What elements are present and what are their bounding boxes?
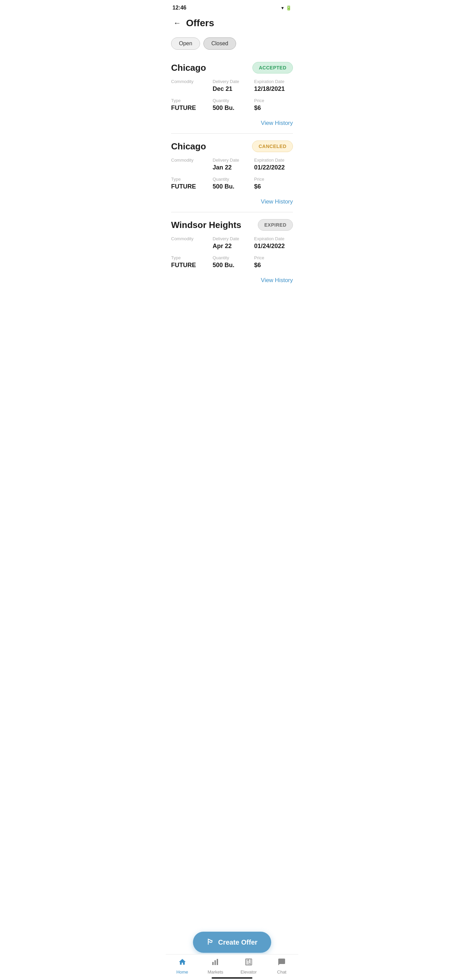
commodity-field-1: Commodity: [171, 158, 210, 171]
create-offer-button[interactable]: 🏳 Create Offer: [193, 932, 271, 953]
svg-rect-1: [215, 960, 216, 965]
tab-closed[interactable]: Closed: [203, 37, 236, 50]
commodity-label-1: Commodity: [171, 158, 210, 163]
fields-grid-1: Commodity Delivery Date Jan 22 Expiratio…: [171, 158, 293, 190]
tab-row: Open Closed: [166, 35, 298, 55]
nav-label-markets: Markets: [208, 969, 223, 975]
delivery-date-label-1: Delivery Date: [213, 158, 251, 163]
commodity-label-2: Commodity: [171, 236, 210, 241]
expiration-date-label-0: Expiration Date: [254, 79, 293, 84]
back-arrow-icon: ←: [173, 19, 181, 27]
type-field-2: Type FUTURE: [171, 255, 210, 269]
offer-header-2: Windsor Heights EXPIRED: [171, 219, 293, 231]
expiration-date-label-2: Expiration Date: [254, 236, 293, 241]
price-field-0: Price $6: [254, 98, 293, 111]
offer-header-1: Chicago CANCELED: [171, 140, 293, 152]
type-label-1: Type: [171, 177, 210, 182]
commodity-field-2: Commodity: [171, 236, 210, 250]
status-time: 12:46: [172, 5, 186, 11]
header: ← Offers: [166, 14, 298, 35]
quantity-value-1: 500 Bu.: [213, 183, 251, 190]
page-title: Offers: [186, 18, 214, 29]
price-value-0: $6: [254, 105, 293, 111]
price-field-1: Price $6: [254, 177, 293, 190]
quantity-field-0: Quantity 500 Bu.: [213, 98, 251, 111]
create-offer-label: Create Offer: [218, 939, 257, 946]
offer-header-0: Chicago ACCEPTED: [171, 62, 293, 73]
back-button[interactable]: ←: [171, 17, 183, 29]
nav-item-markets[interactable]: Markets: [199, 958, 232, 975]
status-badge-1: CANCELED: [252, 140, 293, 152]
commodity-field-0: Commodity: [171, 79, 210, 92]
nav-label-elevator: Elevator: [240, 969, 257, 975]
type-label-0: Type: [171, 98, 210, 103]
price-value-2: $6: [254, 262, 293, 269]
delivery-date-value-1: Jan 22: [213, 164, 251, 171]
quantity-label-1: Quantity: [213, 177, 251, 182]
status-badge-0: ACCEPTED: [253, 62, 293, 73]
chat-icon: [278, 958, 286, 968]
home-indicator: [211, 977, 253, 978]
nav-item-chat[interactable]: Chat: [265, 958, 299, 975]
offer-card-0: Chicago ACCEPTED Commodity Delivery Date…: [166, 55, 298, 134]
delivery-date-field-2: Delivery Date Apr 22: [213, 236, 251, 250]
price-label-0: Price: [254, 98, 293, 103]
quantity-label-2: Quantity: [213, 255, 251, 260]
home-icon: [178, 958, 186, 968]
view-history-row-1: View History: [171, 193, 293, 209]
delivery-date-value-2: Apr 22: [213, 243, 251, 250]
quantity-value-0: 500 Bu.: [213, 105, 251, 111]
status-badge-2: EXPIRED: [258, 219, 293, 231]
elevator-icon: [245, 958, 253, 968]
bottom-nav: Home Markets Elevator Chat: [166, 954, 298, 980]
quantity-field-1: Quantity 500 Bu.: [213, 177, 251, 190]
expiration-date-field-1: Expiration Date 01/22/2022: [254, 158, 293, 171]
expiration-date-label-1: Expiration Date: [254, 158, 293, 163]
quantity-field-2: Quantity 500 Bu.: [213, 255, 251, 269]
offer-location-0: Chicago: [171, 63, 206, 73]
delivery-date-value-0: Dec 21: [213, 86, 251, 92]
view-history-row-0: View History: [171, 115, 293, 130]
commodity-label-0: Commodity: [171, 79, 210, 84]
expiration-date-field-2: Expiration Date 01/24/2022: [254, 236, 293, 250]
offer-card-1: Chicago CANCELED Commodity Delivery Date…: [166, 134, 298, 212]
nav-item-elevator[interactable]: Elevator: [232, 958, 265, 975]
type-label-2: Type: [171, 255, 210, 260]
svg-rect-0: [212, 962, 214, 965]
type-value-2: FUTURE: [171, 262, 210, 269]
type-value-1: FUTURE: [171, 183, 210, 190]
wifi-icon: ▾: [281, 5, 284, 11]
nav-label-home: Home: [176, 969, 188, 975]
nav-item-home[interactable]: Home: [166, 958, 199, 975]
price-label-1: Price: [254, 177, 293, 182]
price-label-2: Price: [254, 255, 293, 260]
quantity-label-0: Quantity: [213, 98, 251, 103]
type-field-0: Type FUTURE: [171, 98, 210, 111]
delivery-date-field-0: Delivery Date Dec 21: [213, 79, 251, 92]
create-offer-icon: 🏳: [207, 938, 214, 947]
view-history-button-0[interactable]: View History: [261, 118, 293, 128]
price-field-2: Price $6: [254, 255, 293, 269]
delivery-date-field-1: Delivery Date Jan 22: [213, 158, 251, 171]
offer-card-2: Windsor Heights EXPIRED Commodity Delive…: [166, 212, 298, 291]
view-history-row-2: View History: [171, 272, 293, 288]
type-value-0: FUTURE: [171, 105, 210, 111]
quantity-value-2: 500 Bu.: [213, 262, 251, 269]
delivery-date-label-2: Delivery Date: [213, 236, 251, 241]
fields-grid-2: Commodity Delivery Date Apr 22 Expiratio…: [171, 236, 293, 269]
markets-icon: [211, 958, 219, 968]
delivery-date-label-0: Delivery Date: [213, 79, 251, 84]
view-history-button-1[interactable]: View History: [261, 197, 293, 207]
type-field-1: Type FUTURE: [171, 177, 210, 190]
offer-location-1: Chicago: [171, 141, 206, 152]
expiration-date-value-1: 01/22/2022: [254, 164, 293, 171]
fields-grid-0: Commodity Delivery Date Dec 21 Expiratio…: [171, 79, 293, 111]
tab-open[interactable]: Open: [171, 37, 200, 50]
expiration-date-value-0: 12/18/2021: [254, 86, 293, 92]
status-icons: ▾ 🔋: [281, 5, 292, 11]
offer-location-2: Windsor Heights: [171, 220, 241, 231]
nav-label-chat: Chat: [277, 969, 286, 975]
expiration-date-field-0: Expiration Date 12/18/2021: [254, 79, 293, 92]
view-history-button-2[interactable]: View History: [261, 275, 293, 285]
status-bar: 12:46 ▾ 🔋: [166, 0, 298, 14]
